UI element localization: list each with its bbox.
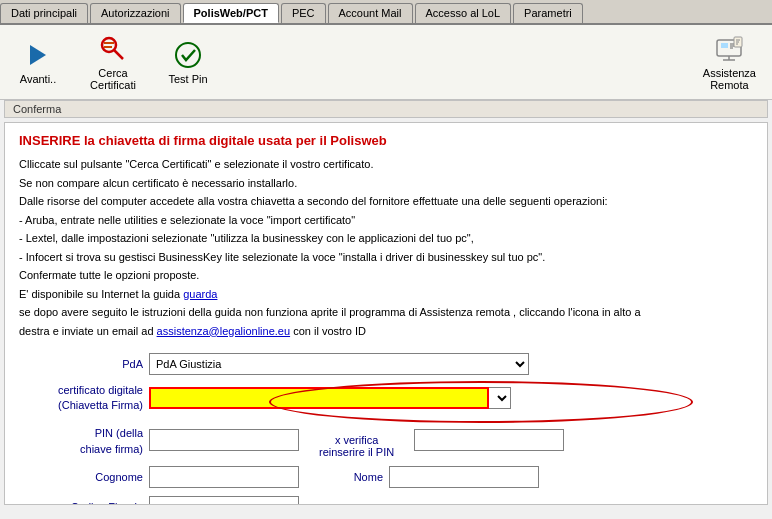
pin-row: PIN (della chiave firma) x verifica rein… <box>19 422 753 458</box>
tab-parametri[interactable]: Parametri <box>513 3 583 23</box>
pin-verify-input[interactable] <box>414 429 564 451</box>
tab-bar: Dati principali Autorizzazioni PolisWeb/… <box>0 0 772 25</box>
tab-pec[interactable]: PEC <box>281 3 326 23</box>
avanti-button[interactable]: Avanti.. <box>8 35 68 89</box>
pda-select[interactable]: PdA Giustizia <box>149 353 529 375</box>
test-pin-icon <box>172 39 204 71</box>
assistenza-remota-icon <box>713 33 745 65</box>
svg-rect-3 <box>104 42 114 44</box>
codice-fiscale-row: Codice Fiscale <box>19 496 753 505</box>
cognome-input[interactable] <box>149 466 299 488</box>
tab-dati-principali[interactable]: Dati principali <box>0 3 88 23</box>
main-content: INSERIRE la chiavetta di firma digitale … <box>4 122 768 505</box>
cert-label: certificato digitale (Chiavetta Firma) <box>19 383 149 414</box>
codice-fiscale-label: Codice Fiscale <box>19 501 149 505</box>
instruction-5: - Lextel, dalle impostazioni selezionate… <box>19 230 753 247</box>
cert-input[interactable] <box>149 387 489 409</box>
svg-marker-0 <box>30 45 46 65</box>
instruction-3: Dalle risorse del computer accedete alla… <box>19 193 753 210</box>
codice-fiscale-input[interactable] <box>149 496 299 505</box>
tab-account-mail[interactable]: Account Mail <box>328 3 413 23</box>
instruction-1: Clliccate sul pulsante "Cerca Certificat… <box>19 156 753 173</box>
tab-accesso-lol[interactable]: Accesso al LoL <box>415 3 512 23</box>
tab-polisweb-pct[interactable]: PolisWeb/PCT <box>183 3 279 23</box>
svg-rect-7 <box>721 43 728 48</box>
nome-input[interactable] <box>389 466 539 488</box>
cognome-label: Cognome <box>19 471 149 483</box>
nome-label: Nome <box>339 471 389 483</box>
tab-autorizzazioni[interactable]: Autorizzazioni <box>90 3 180 23</box>
x-verifica-button[interactable]: x verifica reinserire il PIN <box>319 422 394 458</box>
instruction-2: Se non compare alcun certificato è neces… <box>19 175 753 192</box>
cert-highlight <box>149 387 511 409</box>
guarda-link[interactable]: guarda <box>183 288 217 300</box>
cognome-nome-row: Cognome Nome <box>19 466 753 488</box>
cerca-certificati-button[interactable]: Cerca Certificati <box>78 29 148 95</box>
instructions: Clliccate sul pulsante "Cerca Certificat… <box>19 156 753 339</box>
cert-row: certificato digitale (Chiavetta Firma) <box>19 383 753 414</box>
instruction-8: E' disponibile su Internet la guida guar… <box>19 286 753 303</box>
pda-label: PdA <box>19 358 149 370</box>
cerca-certificati-icon <box>97 33 129 65</box>
pin-area: x verifica reinserire il PIN <box>149 422 564 458</box>
pin-input[interactable] <box>149 429 299 451</box>
pin-label: PIN (della chiave firma) <box>19 422 149 457</box>
instruction-6: - Infocert si trova su gestisci Business… <box>19 249 753 266</box>
pda-row: PdA PdA Giustizia <box>19 353 753 375</box>
confirma-bar: Conferma <box>4 100 768 118</box>
svg-rect-4 <box>104 46 112 48</box>
instruction-10: destra e inviate un email ad assistenza@… <box>19 323 753 340</box>
avanti-icon <box>22 39 54 71</box>
form-section: PdA PdA Giustizia certificato digitale (… <box>19 353 753 505</box>
toolbar: Avanti.. Cerca Certificati Test Pin <box>0 25 772 100</box>
svg-point-1 <box>102 38 116 52</box>
page-title: INSERIRE la chiavetta di firma digitale … <box>19 133 753 148</box>
email-link[interactable]: assistenza@legalionline.eu <box>157 325 290 337</box>
svg-point-5 <box>176 43 200 67</box>
test-pin-button[interactable]: Test Pin <box>158 35 218 89</box>
assistenza-remota-button[interactable]: Assistenza Remota <box>695 29 764 95</box>
cert-dropdown[interactable] <box>489 387 511 409</box>
svg-line-2 <box>114 50 123 59</box>
instruction-7: Confermate tutte le opzioni proposte. <box>19 267 753 284</box>
instruction-9: se dopo avere seguito le istruzioni dell… <box>19 304 753 321</box>
instruction-4: - Aruba, entrate nelle utilities e selez… <box>19 212 753 229</box>
